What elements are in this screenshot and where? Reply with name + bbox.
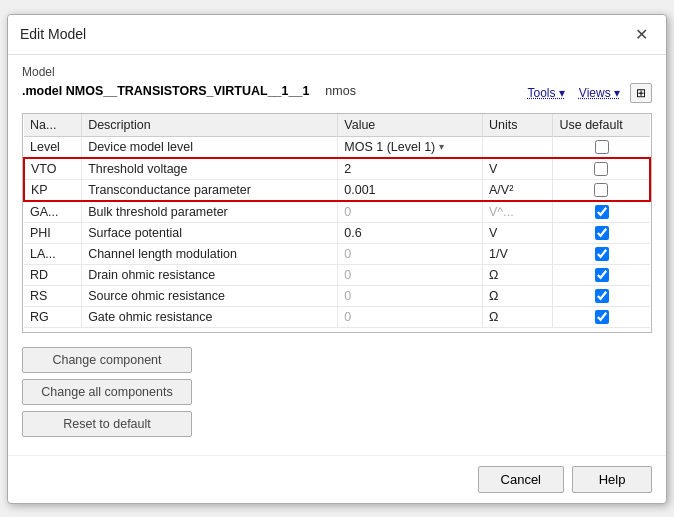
row-na: LA... — [24, 243, 82, 264]
use-default-checkbox[interactable] — [595, 289, 609, 303]
help-button[interactable]: Help — [572, 466, 652, 493]
views-menu-button[interactable]: Views ▾ — [575, 83, 624, 103]
table-row: PHI Surface potential 0.6 V — [24, 222, 650, 243]
row-units: 1/V — [483, 243, 553, 264]
use-default-checkbox[interactable] — [595, 226, 609, 240]
row-units greyed: V^... — [483, 201, 553, 223]
row-value greyed[interactable]: 0 — [338, 201, 483, 223]
tools-menu-button[interactable]: Tools ▾ — [524, 83, 569, 103]
col-header-use-default: Use default — [553, 114, 650, 137]
row-use-default — [553, 179, 650, 201]
row-units: A/V² — [483, 179, 553, 201]
col-header-value: Value — [338, 114, 483, 137]
dialog-body: Model .model NMOS__TRANSISTORS_VIRTUAL__… — [8, 55, 666, 447]
table-row: RG Gate ohmic resistance 0 Ω — [24, 306, 650, 327]
use-default-checkbox[interactable] — [595, 247, 609, 261]
row-units: Ω — [483, 285, 553, 306]
row-na: PHI — [24, 222, 82, 243]
row-desc: Gate ohmic resistance — [82, 306, 338, 327]
use-default-checkbox[interactable] — [594, 183, 608, 197]
row-use-default — [553, 158, 650, 180]
close-button[interactable]: ✕ — [629, 23, 654, 46]
row-desc: Device model level — [82, 136, 338, 158]
row-value[interactable]: MOS 1 (Level 1) ▾ — [338, 136, 483, 158]
col-header-units: Units — [483, 114, 553, 137]
row-units: V — [483, 222, 553, 243]
row-desc: Bulk threshold parameter — [82, 201, 338, 223]
title-bar: Edit Model ✕ — [8, 15, 666, 55]
cancel-button[interactable]: Cancel — [478, 466, 564, 493]
row-use-default — [553, 285, 650, 306]
change-all-components-button[interactable]: Change all components — [22, 379, 192, 405]
use-default-checkbox[interactable] — [594, 162, 608, 176]
footer-bar: Cancel Help — [8, 455, 666, 503]
model-type: nmos — [325, 84, 356, 98]
reset-to-default-button[interactable]: Reset to default — [22, 411, 192, 437]
use-default-checkbox[interactable] — [595, 205, 609, 219]
row-na: RD — [24, 264, 82, 285]
row-value greyed[interactable]: 0 — [338, 306, 483, 327]
row-use-default — [553, 306, 650, 327]
row-value[interactable]: 0.6 — [338, 222, 483, 243]
table-row: KP Transconductance parameter 0.001 A/V² — [24, 179, 650, 201]
row-value[interactable]: 2 — [338, 158, 483, 180]
row-units: V — [483, 158, 553, 180]
table-row: Level Device model level MOS 1 (Level 1)… — [24, 136, 650, 158]
grid-icon-button[interactable]: ⊞ — [630, 83, 652, 103]
col-header-desc: Description — [82, 114, 338, 137]
row-use-default — [553, 201, 650, 223]
model-info: .model NMOS__TRANSISTORS_VIRTUAL__1__1 n… — [22, 84, 356, 98]
row-desc: Channel length modulation — [82, 243, 338, 264]
action-buttons-section: Change component Change all components R… — [22, 347, 652, 437]
edit-model-dialog: Edit Model ✕ Model .model NMOS__TRANSIST… — [7, 14, 667, 504]
row-na: RS — [24, 285, 82, 306]
model-parameters-table: Na... Description Value Units Use defaul… — [22, 113, 652, 333]
table-row: LA... Channel length modulation 0 1/V — [24, 243, 650, 264]
row-use-default — [553, 222, 650, 243]
table-row: GA... Bulk threshold parameter 0 V^... — [24, 201, 650, 223]
use-default-checkbox[interactable] — [595, 310, 609, 324]
row-value greyed[interactable]: 0 — [338, 285, 483, 306]
row-value greyed[interactable]: 0 — [338, 264, 483, 285]
table-row: VTO Threshold voltage 2 V — [24, 158, 650, 180]
model-name: .model NMOS__TRANSISTORS_VIRTUAL__1__1 — [22, 84, 309, 98]
row-units: Ω — [483, 264, 553, 285]
change-component-button[interactable]: Change component — [22, 347, 192, 373]
dialog-title: Edit Model — [20, 26, 86, 42]
row-na: Level — [24, 136, 82, 158]
section-label: Model — [22, 65, 652, 79]
row-desc: Transconductance parameter — [82, 179, 338, 201]
row-units: Ω — [483, 306, 553, 327]
toolbar: Tools ▾ Views ▾ ⊞ — [524, 83, 653, 103]
col-header-na: Na... — [24, 114, 82, 137]
row-value[interactable]: 0.001 — [338, 179, 483, 201]
row-use-default — [553, 243, 650, 264]
row-value greyed[interactable]: 0 — [338, 243, 483, 264]
row-desc: Surface potential — [82, 222, 338, 243]
row-use-default — [553, 136, 650, 158]
use-default-checkbox[interactable] — [595, 140, 609, 154]
table-row: RS Source ohmic resistance 0 Ω — [24, 285, 650, 306]
use-default-checkbox[interactable] — [595, 268, 609, 282]
row-use-default — [553, 264, 650, 285]
row-desc: Threshold voltage — [82, 158, 338, 180]
row-na: KP — [24, 179, 82, 201]
row-units — [483, 136, 553, 158]
table-row: RD Drain ohmic resistance 0 Ω — [24, 264, 650, 285]
table-header-row: Na... Description Value Units Use defaul… — [24, 114, 650, 137]
row-na: VTO — [24, 158, 82, 180]
row-na: GA... — [24, 201, 82, 223]
dropdown-arrow-icon[interactable]: ▾ — [439, 141, 444, 152]
row-desc: Drain ohmic resistance — [82, 264, 338, 285]
row-na: RG — [24, 306, 82, 327]
row-desc: Source ohmic resistance — [82, 285, 338, 306]
